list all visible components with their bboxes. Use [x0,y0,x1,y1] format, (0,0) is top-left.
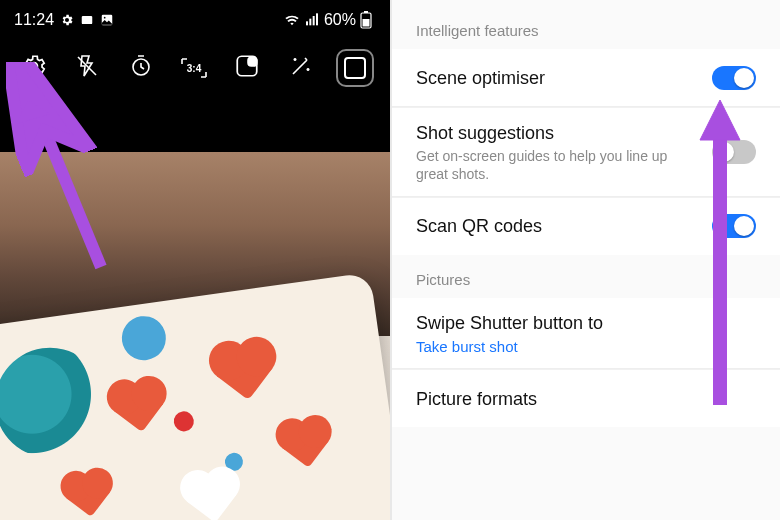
timer-button[interactable] [123,50,159,86]
camera-app-screenshot: 11:24 60% [0,0,390,520]
ratio-label: 3:4 [187,63,201,74]
camera-settings-screen: Intelligent features Scene optimiser Sho… [390,0,780,520]
svg-rect-5 [313,16,315,25]
annotation-arrow-left [6,62,126,272]
row-title: Scan QR codes [416,215,698,238]
status-left: 11:24 [14,11,114,29]
row-title: Scene optimiser [416,67,698,90]
status-right: 60% [284,11,372,29]
svg-rect-8 [364,11,368,13]
battery-icon [360,11,372,29]
svg-point-2 [104,17,106,19]
motion-photo-button[interactable] [229,50,265,86]
status-bar: 11:24 60% [0,0,390,40]
ratio-icon: 3:4 [179,56,209,80]
annotation-arrow-right [690,90,750,410]
gallery-thumbnail-button[interactable] [336,49,374,87]
motion-photo-icon [234,53,260,83]
filters-button[interactable] [283,50,319,86]
svg-rect-4 [309,19,311,26]
row-title: Shot suggestions [416,122,698,145]
viewfinder-scene [0,272,390,520]
svg-rect-9 [363,19,370,27]
magic-wand-icon [289,54,313,82]
section-header-intelligent: Intelligent features [392,0,780,49]
card-icon [80,13,94,27]
aspect-ratio-button[interactable]: 3:4 [176,50,212,86]
svg-rect-0 [82,16,93,24]
image-icon [100,13,114,27]
gallery-thumbnail-icon [344,57,366,79]
signal-icon [304,12,320,28]
clock: 11:24 [14,11,54,29]
svg-rect-3 [306,21,308,25]
svg-rect-6 [316,13,318,25]
settings-gear-mini-icon [60,13,74,27]
timer-icon [129,54,153,82]
wifi-icon [284,12,300,28]
row-subtitle: Get on-screen guides to help you line up… [416,147,698,183]
toggle-scene-optimiser[interactable] [712,66,756,90]
battery-text: 60% [324,11,356,29]
tutorial-composite: 11:24 60% [0,0,780,520]
svg-rect-14 [248,57,257,66]
